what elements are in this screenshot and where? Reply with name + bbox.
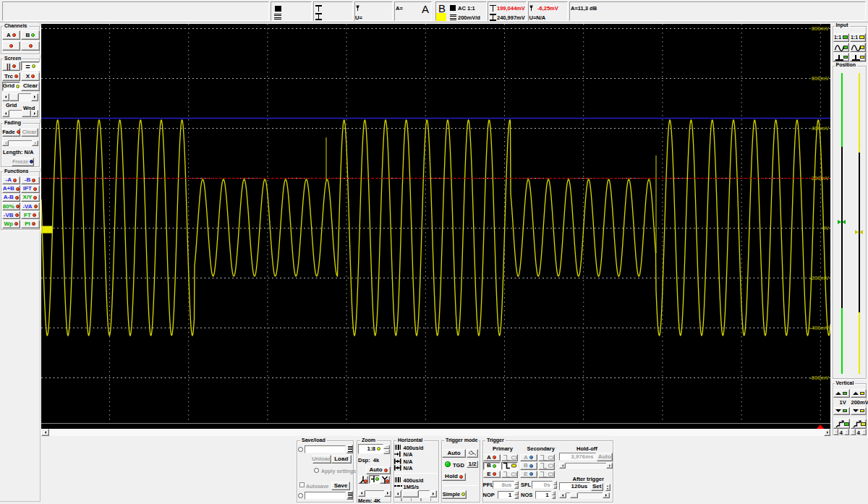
svg-text:-400mV: -400mV [809, 325, 829, 331]
svg-text:800mV: 800mV [812, 25, 829, 32]
svg-text:-600mV: -600mV [809, 375, 829, 381]
svg-text:-200mV: -200mV [809, 275, 829, 281]
svg-text:600mV: 600mV [812, 75, 829, 82]
